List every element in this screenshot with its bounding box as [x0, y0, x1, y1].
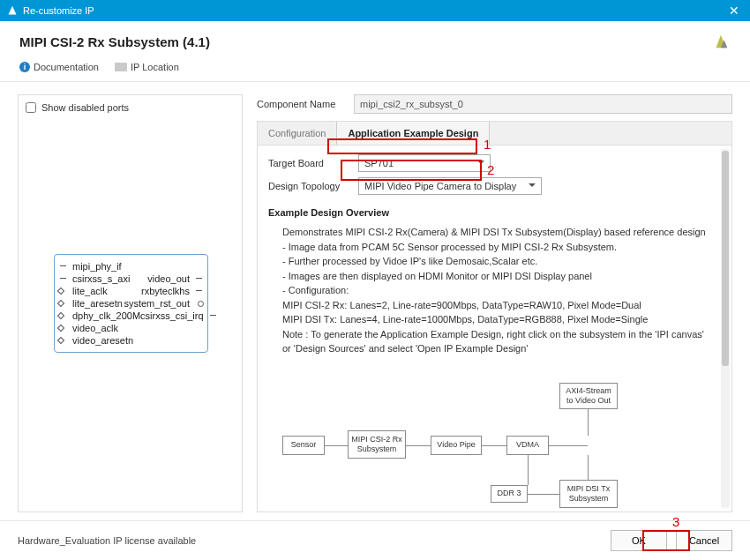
ip-location-label: IP Location [131, 62, 179, 72]
ip-block-diagram: mipi_phy_if csirxss_s_axivideo_out lite_… [54, 254, 208, 353]
svg-marker-0 [9, 6, 17, 15]
target-board-label: Target Board [268, 158, 349, 168]
port-left: video_aclk [62, 323, 118, 333]
chevron-down-icon [477, 161, 484, 164]
scrollbar-thumb[interactable] [722, 151, 729, 366]
target-board-select[interactable]: SP701 [358, 154, 491, 172]
tab-application-example-design[interactable]: Application Example Design [336, 122, 490, 145]
port-left: dphy_clk_200M [62, 310, 140, 321]
tab-content: Target Board SP701 Design Topology MIPI … [257, 146, 732, 512]
license-status: Hardware_Evaluation IP license available [18, 535, 196, 546]
node-ddr: DDR 3 [491, 485, 528, 503]
info-icon: i [19, 62, 30, 72]
port-right: rxbyteclkhs [141, 286, 200, 296]
config-panel: Component Name Configuration Application… [257, 94, 732, 512]
page-title: MIPI CSI-2 Rx Subsystem (4.1) [19, 34, 711, 49]
node-dsi-tx: MIPI DSI Tx Subsystem [559, 480, 618, 508]
design-topology-row: Design Topology MIPI Video Pipe Camera t… [268, 177, 714, 195]
close-icon[interactable]: ✕ [725, 4, 743, 18]
main-area: Show disabled ports mipi_phy_if csirxss_… [0, 82, 750, 512]
documentation-label: Documentation [34, 62, 99, 72]
design-topology-label: Design Topology [268, 181, 349, 191]
design-topology-select[interactable]: MIPI Video Pipe Camera to Display [358, 177, 542, 195]
dialog-footer: Hardware_Evaluation IP license available… [0, 520, 750, 560]
node-sensor: Sensor [282, 436, 325, 455]
node-vdma: VDMA [506, 436, 549, 455]
ip-preview-panel: Show disabled ports mipi_phy_if csirxss_… [18, 94, 243, 512]
port-left: csirxss_s_axi [62, 273, 130, 284]
target-board-row: Target Board SP701 [268, 154, 714, 172]
design-topology-value: MIPI Video Pipe Camera to Display [364, 181, 516, 191]
vertical-scrollbar[interactable] [721, 149, 730, 508]
tabbar: Configuration Application Example Design [257, 121, 732, 146]
show-disabled-ports-checkbox[interactable]: Show disabled ports [24, 101, 236, 120]
component-name-input[interactable] [354, 94, 732, 114]
target-board-value: SP701 [364, 158, 394, 168]
folder-icon [115, 63, 127, 71]
port-right: csirxss_csi_irq [140, 310, 214, 321]
port-right: video_out [147, 273, 200, 284]
overview-title: Example Design Overview [268, 200, 714, 221]
documentation-link[interactable]: i Documentation [19, 62, 99, 72]
port-left: lite_aresetn [62, 298, 123, 309]
tab-scroll-area: Target Board SP701 Design Topology MIPI … [258, 146, 719, 511]
show-disabled-ports-input[interactable] [26, 102, 36, 113]
ok-button[interactable]: OK [611, 530, 667, 551]
titlebar: Re-customize IP ✕ [0, 0, 750, 21]
port-left: video_aresetn [62, 335, 133, 346]
ip-location-link[interactable]: IP Location [115, 62, 179, 72]
show-disabled-ports-label: Show disabled ports [41, 102, 129, 113]
block-diagram: Sensor MIPI CSI-2 Rx Subsystem Video Pip… [268, 383, 714, 512]
component-name-label: Component Name [257, 99, 345, 109]
window-title: Re-customize IP [23, 5, 94, 16]
port-left: mipi_phy_if [62, 261, 122, 272]
chevron-down-icon [529, 183, 536, 187]
app-icon [7, 5, 18, 16]
overview-text: Demonstrates MIPI CSI-2 Rx(Camera) & MIP… [268, 221, 714, 356]
dialog-header: MIPI CSI-2 Rx Subsystem (4.1) [0, 21, 750, 56]
node-axi-stream: AXI4-Stream to Video Out [559, 383, 618, 409]
toolbar: i Documentation IP Location [0, 56, 750, 82]
port-right: system_rst_out [124, 298, 200, 309]
vendor-logo [711, 32, 731, 51]
cancel-button[interactable]: Cancel [676, 530, 732, 551]
port-left: lite_aclk [62, 286, 108, 296]
component-name-row: Component Name [257, 94, 732, 121]
node-video-pipe: Video Pipe [431, 436, 482, 455]
node-csi-rx: MIPI CSI-2 Rx Subsystem [348, 430, 406, 459]
tab-configuration[interactable]: Configuration [258, 122, 336, 145]
